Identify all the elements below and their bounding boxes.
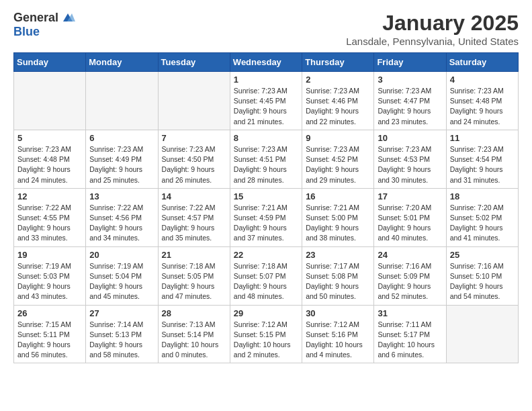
col-sunday: Sunday xyxy=(14,53,86,72)
day-number: 26 xyxy=(17,308,82,318)
calendar-cell: 19 Sunrise: 7:19 AMSunset: 5:03 PMDaylig… xyxy=(14,246,86,305)
col-monday: Monday xyxy=(86,53,158,72)
day-number: 2 xyxy=(306,75,370,85)
logo-icon xyxy=(60,12,75,24)
day-detail: Sunrise: 7:12 AMSunset: 5:15 PMDaylight:… xyxy=(234,320,298,361)
calendar-cell: 1 Sunrise: 7:23 AMSunset: 4:45 PMDayligh… xyxy=(230,72,302,130)
day-detail: Sunrise: 7:14 AMSunset: 5:13 PMDaylight:… xyxy=(89,320,154,361)
day-detail: Sunrise: 7:23 AMSunset: 4:51 PMDaylight:… xyxy=(234,144,298,185)
calendar-cell xyxy=(158,72,230,130)
day-number: 6 xyxy=(89,133,154,143)
day-detail: Sunrise: 7:18 AMSunset: 5:07 PMDaylight:… xyxy=(234,261,298,302)
day-number: 1 xyxy=(234,75,298,85)
calendar-header-row: Sunday Monday Tuesday Wednesday Thursday… xyxy=(14,53,519,72)
day-number: 13 xyxy=(89,191,154,201)
day-number: 10 xyxy=(378,133,442,143)
calendar-cell: 10 Sunrise: 7:23 AMSunset: 4:53 PMDaylig… xyxy=(374,130,446,188)
calendar-cell: 17 Sunrise: 7:20 AMSunset: 5:01 PMDaylig… xyxy=(374,188,446,246)
calendar-cell: 22 Sunrise: 7:18 AMSunset: 5:07 PMDaylig… xyxy=(230,246,302,305)
day-detail: Sunrise: 7:23 AMSunset: 4:50 PMDaylight:… xyxy=(162,144,226,185)
calendar-cell: 13 Sunrise: 7:22 AMSunset: 4:56 PMDaylig… xyxy=(86,188,158,246)
day-detail: Sunrise: 7:12 AMSunset: 5:16 PMDaylight:… xyxy=(306,320,370,361)
calendar-week-row-4: 19 Sunrise: 7:19 AMSunset: 5:03 PMDaylig… xyxy=(14,246,519,305)
day-detail: Sunrise: 7:18 AMSunset: 5:05 PMDaylight:… xyxy=(162,261,226,302)
calendar-cell: 23 Sunrise: 7:17 AMSunset: 5:08 PMDaylig… xyxy=(302,246,374,305)
day-detail: Sunrise: 7:13 AMSunset: 5:14 PMDaylight:… xyxy=(162,320,226,361)
calendar-cell: 27 Sunrise: 7:14 AMSunset: 5:13 PMDaylig… xyxy=(86,305,158,363)
col-saturday: Saturday xyxy=(446,53,518,72)
day-number: 3 xyxy=(378,75,442,85)
day-number: 8 xyxy=(234,133,298,143)
day-number: 21 xyxy=(162,250,226,260)
day-number: 27 xyxy=(89,308,154,318)
calendar-week-row-3: 12 Sunrise: 7:22 AMSunset: 4:55 PMDaylig… xyxy=(14,188,519,246)
day-number: 23 xyxy=(306,250,370,260)
logo-general-text: General xyxy=(13,11,58,25)
day-detail: Sunrise: 7:23 AMSunset: 4:48 PMDaylight:… xyxy=(17,144,82,185)
day-detail: Sunrise: 7:11 AMSunset: 5:17 PMDaylight:… xyxy=(378,320,442,361)
day-number: 22 xyxy=(234,250,298,260)
location-text: Lansdale, Pennsylvania, United States xyxy=(346,36,519,47)
calendar-cell: 5 Sunrise: 7:23 AMSunset: 4:48 PMDayligh… xyxy=(14,130,86,188)
calendar-cell: 25 Sunrise: 7:16 AMSunset: 5:10 PMDaylig… xyxy=(446,246,518,305)
col-thursday: Thursday xyxy=(302,53,374,72)
calendar-cell: 6 Sunrise: 7:23 AMSunset: 4:49 PMDayligh… xyxy=(86,130,158,188)
calendar-cell xyxy=(86,72,158,130)
col-wednesday: Wednesday xyxy=(230,53,302,72)
calendar-cell: 11 Sunrise: 7:23 AMSunset: 4:54 PMDaylig… xyxy=(446,130,518,188)
logo-blue-text: Blue xyxy=(13,25,40,38)
day-detail: Sunrise: 7:23 AMSunset: 4:45 PMDaylight:… xyxy=(234,86,298,127)
calendar-cell: 24 Sunrise: 7:16 AMSunset: 5:09 PMDaylig… xyxy=(374,246,446,305)
day-number: 12 xyxy=(17,191,82,201)
day-detail: Sunrise: 7:17 AMSunset: 5:08 PMDaylight:… xyxy=(306,261,370,302)
calendar-cell: 3 Sunrise: 7:23 AMSunset: 4:47 PMDayligh… xyxy=(374,72,446,130)
calendar-cell: 9 Sunrise: 7:23 AMSunset: 4:52 PMDayligh… xyxy=(302,130,374,188)
calendar-cell: 4 Sunrise: 7:23 AMSunset: 4:48 PMDayligh… xyxy=(446,72,518,130)
day-number: 29 xyxy=(234,308,298,318)
day-number: 31 xyxy=(378,308,442,318)
day-detail: Sunrise: 7:23 AMSunset: 4:53 PMDaylight:… xyxy=(378,144,442,185)
calendar-week-row-2: 5 Sunrise: 7:23 AMSunset: 4:48 PMDayligh… xyxy=(14,130,519,188)
calendar-table: Sunday Monday Tuesday Wednesday Thursday… xyxy=(13,52,519,363)
col-friday: Friday xyxy=(374,53,446,72)
day-detail: Sunrise: 7:19 AMSunset: 5:04 PMDaylight:… xyxy=(89,261,154,302)
calendar-cell: 28 Sunrise: 7:13 AMSunset: 5:14 PMDaylig… xyxy=(158,305,230,363)
day-detail: Sunrise: 7:22 AMSunset: 4:55 PMDaylight:… xyxy=(17,203,82,244)
calendar-cell: 16 Sunrise: 7:21 AMSunset: 5:00 PMDaylig… xyxy=(302,188,374,246)
day-number: 9 xyxy=(306,133,370,143)
day-detail: Sunrise: 7:22 AMSunset: 4:57 PMDaylight:… xyxy=(162,203,226,244)
day-number: 16 xyxy=(306,191,370,201)
day-detail: Sunrise: 7:23 AMSunset: 4:47 PMDaylight:… xyxy=(378,86,442,127)
calendar-week-row-1: 1 Sunrise: 7:23 AMSunset: 4:45 PMDayligh… xyxy=(14,72,519,130)
calendar-cell: 15 Sunrise: 7:21 AMSunset: 4:59 PMDaylig… xyxy=(230,188,302,246)
calendar-cell: 30 Sunrise: 7:12 AMSunset: 5:16 PMDaylig… xyxy=(302,305,374,363)
day-number: 15 xyxy=(234,191,298,201)
day-detail: Sunrise: 7:20 AMSunset: 5:02 PMDaylight:… xyxy=(450,203,515,244)
calendar-cell xyxy=(14,72,86,130)
day-detail: Sunrise: 7:20 AMSunset: 5:01 PMDaylight:… xyxy=(378,203,442,244)
day-number: 28 xyxy=(162,308,226,318)
day-number: 19 xyxy=(17,250,82,260)
calendar-cell: 12 Sunrise: 7:22 AMSunset: 4:55 PMDaylig… xyxy=(14,188,86,246)
header: General Blue January 2025 Lansdale, Penn… xyxy=(13,11,519,47)
day-number: 5 xyxy=(17,133,82,143)
calendar-cell: 14 Sunrise: 7:22 AMSunset: 4:57 PMDaylig… xyxy=(158,188,230,246)
calendar-cell: 2 Sunrise: 7:23 AMSunset: 4:46 PMDayligh… xyxy=(302,72,374,130)
calendar-cell: 26 Sunrise: 7:15 AMSunset: 5:11 PMDaylig… xyxy=(14,305,86,363)
calendar-cell xyxy=(446,305,518,363)
day-number: 18 xyxy=(450,191,515,201)
day-detail: Sunrise: 7:23 AMSunset: 4:46 PMDaylight:… xyxy=(306,86,370,127)
day-detail: Sunrise: 7:15 AMSunset: 5:11 PMDaylight:… xyxy=(17,320,82,361)
day-detail: Sunrise: 7:23 AMSunset: 4:52 PMDaylight:… xyxy=(306,144,370,185)
day-detail: Sunrise: 7:19 AMSunset: 5:03 PMDaylight:… xyxy=(17,261,82,302)
page: General Blue January 2025 Lansdale, Penn… xyxy=(0,0,532,411)
day-number: 17 xyxy=(378,191,442,201)
day-detail: Sunrise: 7:22 AMSunset: 4:56 PMDaylight:… xyxy=(89,203,154,244)
day-detail: Sunrise: 7:23 AMSunset: 4:48 PMDaylight:… xyxy=(450,86,515,127)
calendar-cell: 21 Sunrise: 7:18 AMSunset: 5:05 PMDaylig… xyxy=(158,246,230,305)
calendar-cell: 29 Sunrise: 7:12 AMSunset: 5:15 PMDaylig… xyxy=(230,305,302,363)
day-detail: Sunrise: 7:21 AMSunset: 4:59 PMDaylight:… xyxy=(234,203,298,244)
day-detail: Sunrise: 7:21 AMSunset: 5:00 PMDaylight:… xyxy=(306,203,370,244)
day-detail: Sunrise: 7:23 AMSunset: 4:54 PMDaylight:… xyxy=(450,144,515,185)
calendar-cell: 8 Sunrise: 7:23 AMSunset: 4:51 PMDayligh… xyxy=(230,130,302,188)
